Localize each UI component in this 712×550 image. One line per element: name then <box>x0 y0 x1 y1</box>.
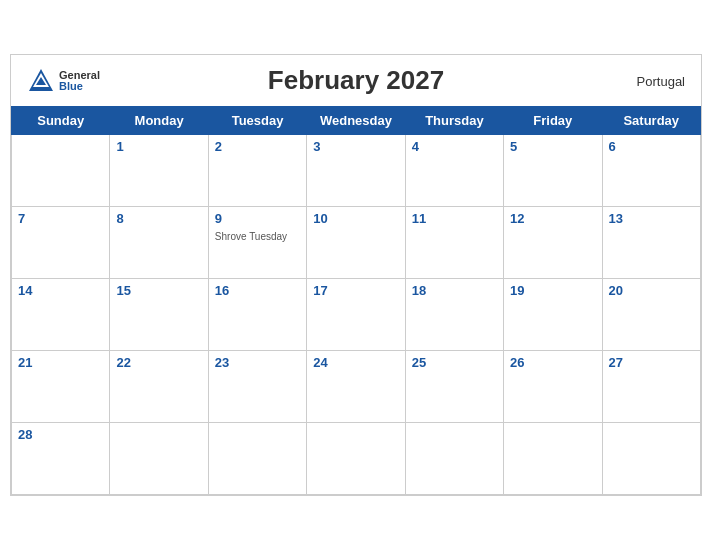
day-number: 27 <box>609 355 694 370</box>
logo-text: General Blue <box>59 70 100 92</box>
calendar-day-cell: 12 <box>504 207 602 279</box>
calendar-day-cell: 23 <box>208 351 306 423</box>
day-number: 9 <box>215 211 300 226</box>
calendar-day-cell <box>602 423 700 495</box>
calendar-week-row: 21222324252627 <box>12 351 701 423</box>
day-number: 2 <box>215 139 300 154</box>
calendar-day-cell <box>208 423 306 495</box>
calendar-day-cell: 13 <box>602 207 700 279</box>
day-number: 25 <box>412 355 497 370</box>
calendar-day-cell: 22 <box>110 351 208 423</box>
calendar-grid: SundayMondayTuesdayWednesdayThursdayFrid… <box>11 106 701 495</box>
day-number: 1 <box>116 139 201 154</box>
day-number: 26 <box>510 355 595 370</box>
day-number: 11 <box>412 211 497 226</box>
calendar-day-cell: 7 <box>12 207 110 279</box>
country-label: Portugal <box>637 73 685 88</box>
day-number: 18 <box>412 283 497 298</box>
weekday-header-row: SundayMondayTuesdayWednesdayThursdayFrid… <box>12 107 701 135</box>
calendar-day-cell: 19 <box>504 279 602 351</box>
calendar-day-cell: 28 <box>12 423 110 495</box>
day-number: 4 <box>412 139 497 154</box>
day-number: 28 <box>18 427 103 442</box>
calendar-day-cell <box>110 423 208 495</box>
calendar-day-cell: 2 <box>208 135 306 207</box>
weekday-header: Monday <box>110 107 208 135</box>
weekday-header: Thursday <box>405 107 503 135</box>
calendar-day-cell: 17 <box>307 279 405 351</box>
day-number: 13 <box>609 211 694 226</box>
logo: General Blue <box>27 67 100 95</box>
day-number: 6 <box>609 139 694 154</box>
calendar-day-cell <box>307 423 405 495</box>
calendar-title: February 2027 <box>268 65 444 96</box>
day-number: 19 <box>510 283 595 298</box>
calendar-day-cell: 18 <box>405 279 503 351</box>
calendar-day-cell <box>12 135 110 207</box>
calendar-day-cell <box>504 423 602 495</box>
calendar-week-row: 123456 <box>12 135 701 207</box>
weekday-header: Friday <box>504 107 602 135</box>
day-number: 22 <box>116 355 201 370</box>
calendar-day-cell: 4 <box>405 135 503 207</box>
calendar-day-cell: 8 <box>110 207 208 279</box>
weekday-header: Saturday <box>602 107 700 135</box>
calendar-container: General Blue February 2027 Portugal Sund… <box>10 54 702 496</box>
day-number: 14 <box>18 283 103 298</box>
day-number: 23 <box>215 355 300 370</box>
calendar-day-cell: 20 <box>602 279 700 351</box>
logo-icon <box>27 67 55 95</box>
calendar-day-cell: 9Shrove Tuesday <box>208 207 306 279</box>
calendar-day-cell: 15 <box>110 279 208 351</box>
day-number: 15 <box>116 283 201 298</box>
day-number: 20 <box>609 283 694 298</box>
weekday-header: Wednesday <box>307 107 405 135</box>
day-number: 21 <box>18 355 103 370</box>
day-number: 12 <box>510 211 595 226</box>
day-number: 5 <box>510 139 595 154</box>
day-number: 10 <box>313 211 398 226</box>
day-event: Shrove Tuesday <box>215 231 287 242</box>
day-number: 24 <box>313 355 398 370</box>
calendar-header: General Blue February 2027 Portugal <box>11 55 701 106</box>
calendar-week-row: 789Shrove Tuesday10111213 <box>12 207 701 279</box>
calendar-day-cell: 11 <box>405 207 503 279</box>
calendar-day-cell: 27 <box>602 351 700 423</box>
calendar-day-cell: 10 <box>307 207 405 279</box>
day-number: 8 <box>116 211 201 226</box>
calendar-week-row: 14151617181920 <box>12 279 701 351</box>
day-number: 7 <box>18 211 103 226</box>
calendar-day-cell: 14 <box>12 279 110 351</box>
calendar-day-cell: 1 <box>110 135 208 207</box>
calendar-day-cell: 16 <box>208 279 306 351</box>
calendar-day-cell: 5 <box>504 135 602 207</box>
weekday-header: Tuesday <box>208 107 306 135</box>
calendar-day-cell: 21 <box>12 351 110 423</box>
weekday-header: Sunday <box>12 107 110 135</box>
calendar-day-cell <box>405 423 503 495</box>
calendar-day-cell: 26 <box>504 351 602 423</box>
day-number: 3 <box>313 139 398 154</box>
calendar-day-cell: 25 <box>405 351 503 423</box>
calendar-day-cell: 3 <box>307 135 405 207</box>
day-number: 16 <box>215 283 300 298</box>
calendar-week-row: 28 <box>12 423 701 495</box>
calendar-day-cell: 6 <box>602 135 700 207</box>
day-number: 17 <box>313 283 398 298</box>
calendar-day-cell: 24 <box>307 351 405 423</box>
